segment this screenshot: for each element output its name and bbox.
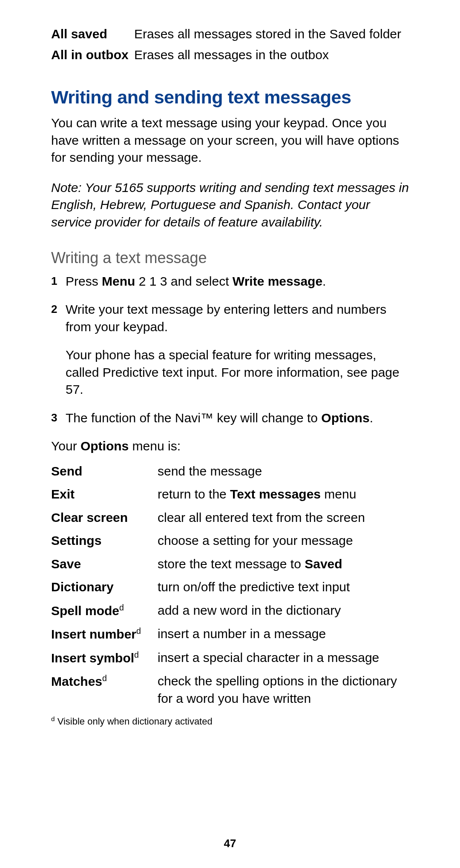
bold-text: Options [321, 411, 369, 425]
option-desc: insert a number in a message [158, 625, 413, 643]
text: insert a special character in a message [158, 650, 379, 665]
option-desc: insert a special character in a message [158, 649, 413, 667]
top-desc: Erases all messages stored in the Saved … [134, 26, 413, 43]
option-label: Clear screen [51, 509, 158, 527]
option-desc: choose a setting for your message [158, 532, 413, 550]
top-label: All in outbox [51, 46, 134, 64]
option-row: Dictionaryturn on/off the predictive tex… [51, 579, 413, 596]
option-label: Send [51, 463, 158, 480]
bold-text: Text messages [230, 487, 321, 501]
step-1: 1 Press Menu 2 1 3 and select Write mess… [51, 273, 413, 290]
options-table: Sendsend the messageExitreturn to the Te… [51, 463, 413, 708]
option-desc: store the text message to Saved [158, 556, 413, 573]
text: Matches [51, 674, 102, 688]
step-number: 3 [51, 410, 66, 427]
footnote-text: Visible only when dictionary activated [55, 716, 213, 727]
text: Insert symbol [51, 651, 134, 665]
text: Clear screen [51, 510, 128, 524]
option-label: Dictionary [51, 579, 158, 596]
top-desc: Erases all messages in the outbox [134, 46, 413, 64]
text: Your phone has a special feature for wri… [66, 347, 413, 398]
step-2: 2 Write your text message by entering le… [51, 301, 413, 398]
top-row: All saved Erases all messages stored in … [51, 26, 413, 43]
text: . [370, 411, 373, 425]
option-desc: return to the Text messages menu [158, 486, 413, 503]
option-row: Insert numberdinsert a number in a messa… [51, 625, 413, 643]
text: . [322, 274, 326, 288]
text: Save [51, 557, 81, 571]
option-row: Exitreturn to the Text messages menu [51, 486, 413, 503]
text: turn on/off the predictive text input [158, 580, 350, 594]
option-desc: check the spelling options in the dictio… [158, 673, 413, 707]
option-desc: send the message [158, 463, 413, 480]
footnote-marker: d [136, 626, 141, 636]
bold-text: Options [80, 439, 129, 453]
option-desc: add a new word in the dictionary [158, 602, 413, 619]
text: The function of the Navi™ key will chang… [66, 411, 321, 425]
step-body: The function of the Navi™ key will chang… [66, 410, 413, 427]
step-number: 1 [51, 273, 66, 290]
intro-paragraph: You can write a text message using your … [51, 115, 413, 166]
bold-text: Menu [102, 274, 135, 288]
footnote-marker: d [51, 715, 55, 722]
option-label: Matchesd [51, 673, 158, 690]
option-label: Save [51, 556, 158, 573]
bold-text: Write message [233, 274, 322, 288]
option-row: Insert symboldinsert a special character… [51, 649, 413, 667]
footnote-marker: d [119, 603, 124, 612]
text: menu is: [129, 439, 181, 453]
step-body: Write your text message by entering lett… [66, 301, 413, 398]
text: Press [66, 274, 102, 288]
option-row: Sendsend the message [51, 463, 413, 480]
text: Your [51, 439, 80, 453]
option-row: Clear screenclear all entered text from … [51, 509, 413, 527]
bold-text: Saved [305, 557, 342, 571]
text: Insert number [51, 627, 136, 641]
option-desc: turn on/off the predictive text input [158, 579, 413, 596]
text: Exit [51, 487, 75, 501]
note-paragraph: Note: Your 5165 supports writing and sen… [51, 179, 413, 231]
option-label: Spell moded [51, 602, 158, 620]
text: send the message [158, 464, 262, 478]
text: menu [321, 487, 356, 501]
text: return to the [158, 487, 230, 501]
option-row: Settingschoose a setting for your messag… [51, 532, 413, 550]
step-3: 3 The function of the Navi™ key will cha… [51, 410, 413, 427]
option-label: Insert symbold [51, 649, 158, 667]
text: 2 1 3 and select [135, 274, 233, 288]
option-row: Savestore the text message to Saved [51, 556, 413, 573]
step-number: 2 [51, 301, 66, 398]
option-row: Spell modedadd a new word in the diction… [51, 602, 413, 620]
text: add a new word in the dictionary [158, 603, 341, 617]
step-body: Press Menu 2 1 3 and select Write messag… [66, 273, 413, 290]
top-definitions: All saved Erases all messages stored in … [51, 26, 413, 63]
text: choose a setting for your message [158, 533, 353, 547]
top-row: All in outbox Erases all messages in the… [51, 46, 413, 64]
subsection-heading: Writing a text message [51, 248, 413, 269]
text: Send [51, 464, 82, 478]
footnote: d Visible only when dictionary activated [51, 715, 413, 728]
footnote-marker: d [102, 673, 107, 683]
text: Dictionary [51, 580, 114, 594]
text: clear all entered text from the screen [158, 510, 365, 524]
footnote-marker: d [134, 650, 139, 659]
option-row: Matchesdcheck the spelling options in th… [51, 673, 413, 707]
section-heading: Writing and sending text messages [51, 85, 413, 109]
option-label: Insert numberd [51, 625, 158, 643]
option-label: Settings [51, 532, 158, 550]
text: insert a number in a message [158, 627, 326, 641]
options-lead: Your Options menu is: [51, 438, 413, 455]
text: Settings [51, 533, 101, 547]
text: store the text message to [158, 557, 305, 571]
top-label: All saved [51, 26, 134, 43]
text: Write your text message by entering lett… [66, 301, 413, 335]
option-desc: clear all entered text from the screen [158, 509, 413, 527]
option-label: Exit [51, 486, 158, 503]
text: Spell mode [51, 604, 119, 618]
text: check the spelling options in the dictio… [158, 674, 397, 705]
page-number: 47 [0, 836, 460, 851]
